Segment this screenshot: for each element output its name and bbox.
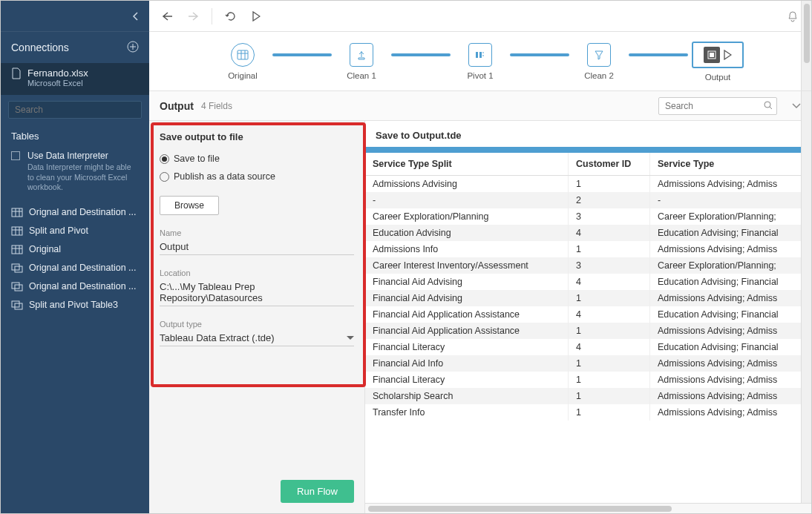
flow-step-original[interactable]: Original bbox=[213, 43, 272, 80]
svg-rect-10 bbox=[238, 50, 248, 59]
output-type-label: Output type bbox=[160, 320, 354, 329]
chevron-left-icon bbox=[133, 12, 139, 21]
preview-panel: Save to Output.tde Service Type SplitCus… bbox=[364, 121, 811, 513]
flow-connector bbox=[272, 53, 332, 56]
sidebar-table-item[interactable]: Orignal and Destination ... bbox=[1, 259, 149, 277]
name-field[interactable]: Output bbox=[160, 237, 354, 255]
browse-button[interactable]: Browse bbox=[160, 196, 219, 215]
sidebar-table-item[interactable]: Orignal and Destination ... bbox=[1, 203, 149, 222]
table-row[interactable]: Scholarship Search1Admissions Advising; … bbox=[365, 388, 811, 404]
connection-item[interactable]: Fernando.xlsx Microsoft Excel bbox=[1, 63, 149, 95]
sidebar-collapse-button[interactable] bbox=[1, 1, 149, 32]
svg-rect-5 bbox=[15, 266, 22, 272]
refresh-button[interactable] bbox=[221, 7, 240, 26]
svg-rect-4 bbox=[12, 264, 19, 270]
play-icon bbox=[252, 11, 261, 22]
svg-rect-9 bbox=[15, 303, 22, 309]
chevron-down-icon bbox=[792, 103, 801, 109]
filter-icon bbox=[594, 50, 604, 60]
flow-step-output[interactable]: Output bbox=[688, 42, 747, 82]
refresh-icon bbox=[225, 10, 237, 22]
clean-icon bbox=[356, 50, 367, 60]
save-to-file-option[interactable]: Save to file bbox=[160, 154, 354, 164]
output-search-input[interactable] bbox=[658, 97, 777, 115]
table-row[interactable]: Financial Aid Info1Admissions Advising; … bbox=[365, 355, 811, 372]
table-row[interactable]: Financial Aid Advising4Education Advisin… bbox=[365, 274, 811, 290]
flow-step-pivot-1[interactable]: Pivot 1 bbox=[451, 43, 510, 80]
toolbar bbox=[149, 1, 811, 32]
back-button[interactable] bbox=[158, 7, 177, 26]
arrow-left-icon bbox=[162, 11, 174, 22]
output-type-select[interactable]: Tableau Data Extract (.tde) bbox=[160, 329, 354, 346]
column-header[interactable]: Customer ID bbox=[569, 153, 650, 176]
table-row[interactable]: Transfer Info1Admissions Advising; Admis… bbox=[365, 404, 811, 421]
flow-canvas[interactable]: Original Clean 1 Pivot 1 Clean 2 bbox=[149, 32, 811, 91]
dropdown-icon bbox=[347, 336, 354, 340]
flow-step-clean-1[interactable]: Clean 1 bbox=[332, 43, 391, 80]
svg-rect-1 bbox=[12, 208, 22, 217]
output-icon bbox=[704, 47, 720, 63]
name-label: Name bbox=[160, 228, 354, 237]
table-row[interactable]: Education Advising4Education Advising; F… bbox=[365, 225, 811, 241]
search-icon bbox=[764, 101, 773, 111]
run-button[interactable] bbox=[246, 7, 266, 26]
svg-rect-7 bbox=[15, 285, 22, 291]
svg-rect-6 bbox=[12, 283, 19, 289]
pivot-icon bbox=[474, 50, 486, 60]
collapse-panel-button[interactable] bbox=[792, 100, 801, 111]
connection-filetype: Microsoft Excel bbox=[27, 79, 88, 88]
radio-unchecked-icon bbox=[160, 172, 169, 182]
field-count: 4 Fields bbox=[201, 101, 232, 111]
location-field[interactable]: C:\...\My Tableau Prep Repository\Dataso… bbox=[160, 277, 354, 306]
sidebar-table-item[interactable]: Original bbox=[1, 240, 149, 259]
table-row[interactable]: Admissions Info1Admissions Advising; Adm… bbox=[365, 241, 811, 257]
table-icon bbox=[11, 207, 23, 218]
table-row[interactable]: Financial Aid Application Assistance1Adm… bbox=[365, 323, 811, 339]
svg-point-15 bbox=[764, 102, 770, 108]
forward-button[interactable] bbox=[183, 7, 203, 26]
arrow-right-icon bbox=[187, 11, 199, 22]
publish-option[interactable]: Publish as a data source bbox=[160, 171, 354, 182]
table-icon bbox=[11, 300, 23, 311]
svg-rect-8 bbox=[12, 301, 19, 307]
file-icon bbox=[11, 67, 22, 79]
connection-filename: Fernando.xlsx bbox=[27, 67, 88, 79]
table-icon bbox=[11, 281, 23, 292]
preview-table: Service Type SplitCustomer IDService Typ… bbox=[365, 153, 811, 421]
svg-rect-3 bbox=[12, 246, 22, 254]
tables-label: Tables bbox=[1, 125, 149, 148]
sidebar-table-item[interactable]: Orignal and Destination ... bbox=[1, 277, 149, 296]
horizontal-scrollbar[interactable] bbox=[365, 503, 811, 513]
add-connection-button[interactable] bbox=[127, 41, 139, 55]
table-row[interactable]: Financial Aid Advising1Admissions Advisi… bbox=[365, 290, 811, 306]
table-row[interactable]: Financial Aid Application Assistance4Edu… bbox=[365, 306, 811, 323]
data-interpreter-option[interactable]: Use Data Interpreter Data Interpreter mi… bbox=[1, 148, 149, 200]
flow-connector bbox=[391, 53, 451, 56]
svg-rect-11 bbox=[476, 52, 478, 58]
notifications-button[interactable] bbox=[783, 7, 802, 26]
sidebar-table-item[interactable]: Split and Pivot Table3 bbox=[1, 296, 149, 314]
preview-accent-bar bbox=[365, 147, 811, 153]
flow-step-clean-2[interactable]: Clean 2 bbox=[569, 43, 629, 80]
checkbox-icon bbox=[11, 151, 20, 160]
table-row[interactable]: Financial Literacy1Admissions Advising; … bbox=[365, 372, 811, 388]
radio-checked-icon bbox=[160, 154, 169, 164]
table-row[interactable]: Admissions Advising1Admissions Advising;… bbox=[365, 176, 811, 193]
sidebar-search-input[interactable] bbox=[8, 101, 142, 119]
table-icon bbox=[11, 244, 23, 255]
table-row[interactable]: Financial Literacy4Education Advising; F… bbox=[365, 339, 811, 355]
table-row[interactable]: Career Interest Inventory/Assessment3Car… bbox=[365, 257, 811, 274]
save-output-title: Save output to file bbox=[160, 131, 354, 142]
table-row[interactable]: Career Exploration/Planning3Career Explo… bbox=[365, 208, 811, 225]
column-header[interactable]: Service Type bbox=[650, 153, 811, 176]
table-icon bbox=[237, 50, 249, 60]
run-flow-button[interactable]: Run Flow bbox=[281, 480, 354, 503]
preview-table-container[interactable]: Service Type SplitCustomer IDService Typ… bbox=[365, 153, 811, 503]
output-title: Output bbox=[160, 100, 194, 112]
table-icon bbox=[11, 263, 23, 274]
svg-rect-12 bbox=[479, 52, 482, 58]
table-row[interactable]: -2- bbox=[365, 192, 811, 208]
svg-rect-14 bbox=[710, 53, 714, 57]
column-header[interactable]: Service Type Split bbox=[365, 153, 569, 176]
sidebar-table-item[interactable]: Split and Pivot bbox=[1, 222, 149, 240]
